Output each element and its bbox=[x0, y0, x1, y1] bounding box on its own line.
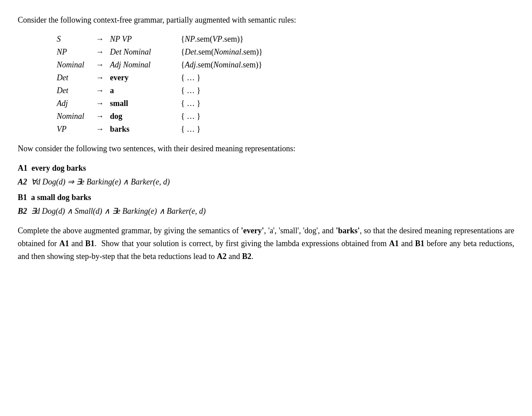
lhs-vp: VP bbox=[53, 123, 93, 136]
b1-label: B1 bbox=[18, 193, 27, 202]
table-row: NP → Det Nominal {Det.sem(Nominal.sem)} bbox=[53, 46, 266, 59]
follow-text: Now consider the following two sentences… bbox=[18, 144, 295, 153]
b2-formula: ∃d Dog(d) ∧ Small(d) ∧ ∃e Barking(e) ∧ B… bbox=[29, 207, 206, 216]
sentence-a1-block: A1 every dog barks bbox=[18, 162, 514, 174]
arrow-np: → bbox=[93, 46, 106, 59]
table-row: S → NP VP {NP.sem(VP.sem)} bbox=[53, 33, 266, 46]
rhs-nominal2: dog bbox=[106, 110, 177, 123]
rhs-adj: small bbox=[106, 97, 177, 110]
lhs-nominal2: Nominal bbox=[53, 110, 93, 123]
grammar-table: S → NP VP {NP.sem(VP.sem)} NP → Det Nomi… bbox=[53, 33, 266, 136]
lhs-adj: Adj bbox=[53, 97, 93, 110]
rhs-vp: barks bbox=[106, 123, 177, 136]
lhs-s: S bbox=[53, 33, 93, 46]
table-row: Det → every { … } bbox=[53, 71, 266, 84]
arrow-vp: → bbox=[93, 123, 106, 136]
arrow-det2: → bbox=[93, 84, 106, 97]
arrow-nominal2: → bbox=[93, 110, 106, 123]
sem-adj: { … } bbox=[177, 97, 266, 110]
a2-label: A2 bbox=[18, 177, 27, 186]
follow-paragraph: Now consider the following two sentences… bbox=[18, 143, 514, 154]
rhs-np: Det Nominal bbox=[106, 46, 177, 59]
arrow-nominal1: → bbox=[93, 59, 106, 71]
sentence-a2-block: A2 ∀d Dog(d) ⇒ ∃e Barking(e) ∧ Barker(e,… bbox=[18, 176, 514, 188]
sem-s: {NP.sem(VP.sem)} bbox=[177, 33, 266, 46]
rhs-s: NP VP bbox=[106, 33, 177, 46]
table-row: Nominal → dog { … } bbox=[53, 110, 266, 123]
arrow-adj: → bbox=[93, 97, 106, 110]
intro-paragraph: Consider the following context-free gram… bbox=[18, 14, 514, 26]
table-row: Det → a { … } bbox=[53, 84, 266, 97]
lhs-np: NP bbox=[53, 46, 93, 59]
a1-label: A1 bbox=[18, 164, 27, 173]
sem-det1: { … } bbox=[177, 71, 266, 84]
a2-formula: ∀d Dog(d) ⇒ ∃e Barking(e) ∧ Barker(e, d) bbox=[29, 177, 170, 186]
sentence-b2-block: B2 ∃d Dog(d) ∧ Small(d) ∧ ∃e Barking(e) … bbox=[18, 205, 514, 217]
b2-label: B2 bbox=[18, 207, 27, 216]
complete-paragraph: Complete the above augmented grammar, by… bbox=[18, 224, 514, 263]
rhs-nominal1: Adj Nominal bbox=[106, 59, 177, 71]
sentence-b1-block: B1 a small dog barks bbox=[18, 192, 514, 204]
table-row: Adj → small { … } bbox=[53, 97, 266, 110]
sem-np: {Det.sem(Nominal.sem)} bbox=[177, 46, 266, 59]
sem-det2: { … } bbox=[177, 84, 266, 97]
a1-text: every dog barks bbox=[30, 164, 86, 173]
lhs-nominal1: Nominal bbox=[53, 59, 93, 71]
sem-vp: { … } bbox=[177, 123, 266, 136]
b1-text: a small dog barks bbox=[29, 193, 91, 202]
arrow-s: → bbox=[93, 33, 106, 46]
intro-text: Consider the following context-free gram… bbox=[18, 16, 296, 24]
sem-nominal1: {Adj.sem(Nominal.sem)} bbox=[177, 59, 266, 71]
rhs-det1: every bbox=[106, 71, 177, 84]
arrow-det1: → bbox=[93, 71, 106, 84]
lhs-det1: Det bbox=[53, 71, 93, 84]
rhs-det2: a bbox=[106, 84, 177, 97]
lhs-det2: Det bbox=[53, 84, 93, 97]
sem-nominal2: { … } bbox=[177, 110, 266, 123]
table-row: Nominal → Adj Nominal {Adj.sem(Nominal.s… bbox=[53, 59, 266, 71]
table-row: VP → barks { … } bbox=[53, 123, 266, 136]
